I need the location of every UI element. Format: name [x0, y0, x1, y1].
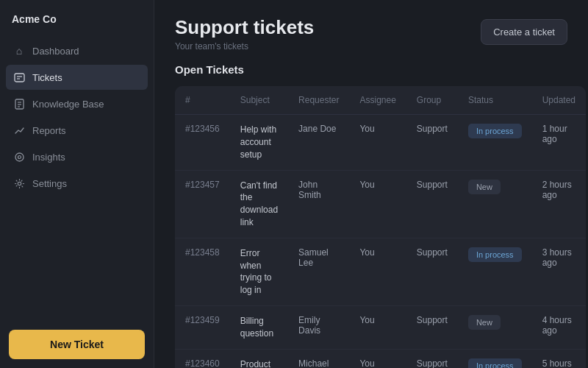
- cell-updated: 4 hours ago: [532, 305, 586, 349]
- cell-group: Support: [406, 305, 458, 349]
- reports-icon: [13, 124, 25, 136]
- cell-group: Support: [406, 115, 458, 170]
- sidebar-item-label: Dashboard: [32, 46, 79, 57]
- cell-status: In process: [458, 238, 532, 305]
- col-header-subject: Subject: [230, 86, 288, 115]
- new-ticket-button[interactable]: New Ticket: [9, 330, 145, 359]
- sidebar-item-tickets[interactable]: Tickets: [6, 65, 148, 90]
- col-header-updated: Updated: [532, 86, 586, 115]
- header-text-group: Support tickets Your team's tickets: [175, 16, 314, 52]
- svg-rect-0: [15, 74, 24, 82]
- cell-id: #123458: [175, 238, 230, 305]
- page-subtitle: Your team's tickets: [175, 41, 314, 52]
- status-badge: New: [468, 180, 501, 194]
- cell-id: #123459: [175, 305, 230, 349]
- sidebar-item-label: Settings: [32, 178, 67, 189]
- cell-assignee: You: [349, 349, 406, 368]
- col-header-id: #: [175, 86, 230, 115]
- table-row[interactable]: #123456 Help with account setup Jane Doe…: [175, 115, 586, 170]
- cell-assignee: You: [349, 115, 406, 170]
- sidebar: Acme Co ⌂ Dashboard Tickets: [0, 0, 154, 368]
- cell-id: #123457: [175, 170, 230, 238]
- cell-group: Support: [406, 170, 458, 238]
- cell-group: Support: [406, 238, 458, 305]
- cell-status: New: [458, 305, 532, 349]
- main-content-area: Support tickets Your team's tickets Crea…: [154, 0, 588, 368]
- cell-assignee: You: [349, 170, 406, 238]
- cell-updated: 5 hours ago: [532, 349, 586, 368]
- svg-point-8: [18, 155, 21, 158]
- sidebar-footer: New Ticket: [0, 321, 154, 368]
- table-row[interactable]: #123457 Can't find the download link Joh…: [175, 170, 586, 238]
- tickets-section: Open Tickets # Subject Requester Assigne…: [154, 63, 588, 368]
- col-header-requester: Requester: [288, 86, 349, 115]
- sidebar-item-label: Knowledge Base: [32, 99, 104, 110]
- cell-requester: John Smith: [288, 170, 349, 238]
- create-ticket-button[interactable]: Create a ticket: [481, 19, 567, 45]
- cell-requester: Emily Davis: [288, 305, 349, 349]
- settings-icon: [13, 177, 25, 189]
- section-title: Open Tickets: [175, 63, 567, 76]
- dashboard-icon: ⌂: [13, 45, 25, 57]
- cell-updated: 1 hour ago: [532, 115, 586, 170]
- sidebar-item-reports[interactable]: Reports: [6, 118, 148, 143]
- cell-id: #123456: [175, 115, 230, 170]
- cell-requester: Jane Doe: [288, 115, 349, 170]
- tickets-icon: [13, 71, 25, 83]
- cell-requester: Michael Johnson: [288, 349, 349, 368]
- sidebar-item-label: Reports: [32, 125, 66, 136]
- table-row[interactable]: #123460 Product feature request Michael …: [175, 349, 586, 368]
- status-badge: In process: [468, 247, 522, 262]
- cell-subject: Error when trying to log in: [230, 238, 288, 305]
- status-badge: In process: [468, 358, 522, 368]
- tickets-table: # Subject Requester Assignee Group Statu…: [175, 86, 586, 368]
- cell-status: In process: [458, 115, 532, 170]
- sidebar-item-label: Tickets: [32, 72, 62, 83]
- cell-updated: 2 hours ago: [532, 170, 586, 238]
- table-row[interactable]: #123458 Error when trying to log in Samu…: [175, 238, 586, 305]
- table-row[interactable]: #123459 Billing question Emily Davis You…: [175, 305, 586, 349]
- cell-assignee: You: [349, 238, 406, 305]
- col-header-assignee: Assignee: [349, 86, 406, 115]
- svg-point-7: [15, 153, 24, 161]
- table-header-row: # Subject Requester Assignee Group Statu…: [175, 86, 586, 115]
- insights-icon: [13, 151, 25, 163]
- page-title: Support tickets: [175, 16, 314, 39]
- page-header: Support tickets Your team's tickets Crea…: [154, 0, 588, 63]
- cell-requester: Samuel Lee: [288, 238, 349, 305]
- cell-subject: Help with account setup: [230, 115, 288, 170]
- cell-status: New: [458, 170, 532, 238]
- cell-updated: 3 hours ago: [532, 238, 586, 305]
- cell-assignee: You: [349, 305, 406, 349]
- sidebar-item-insights[interactable]: Insights: [6, 144, 148, 169]
- sidebar-item-label: Insights: [32, 152, 65, 163]
- cell-group: Support: [406, 349, 458, 368]
- knowledge-base-icon: [13, 98, 25, 110]
- cell-status: In process: [458, 349, 532, 368]
- cell-subject: Product feature request: [230, 349, 288, 368]
- app-logo: Acme Co: [0, 0, 154, 35]
- sidebar-item-dashboard[interactable]: ⌂ Dashboard: [6, 38, 148, 63]
- sidebar-item-settings[interactable]: Settings: [6, 171, 148, 196]
- svg-point-9: [18, 182, 21, 185]
- cell-id: #123460: [175, 349, 230, 368]
- col-header-status: Status: [458, 86, 532, 115]
- sidebar-item-knowledge-base[interactable]: Knowledge Base: [6, 91, 148, 116]
- status-badge: New: [468, 315, 501, 330]
- col-header-group: Group: [406, 86, 458, 115]
- cell-subject: Can't find the download link: [230, 170, 288, 238]
- status-badge: In process: [468, 124, 522, 138]
- sidebar-nav: ⌂ Dashboard Tickets K: [0, 35, 154, 321]
- cell-subject: Billing question: [230, 305, 288, 349]
